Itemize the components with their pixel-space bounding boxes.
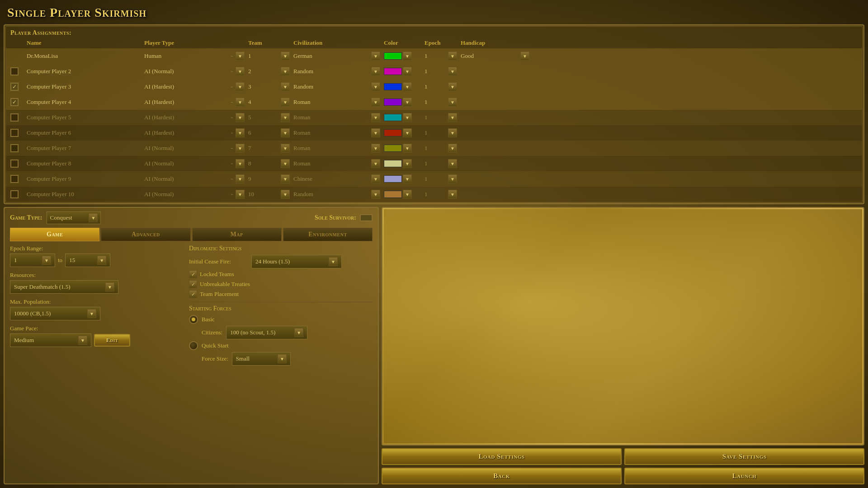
player-color-arrow[interactable]: ▼ [403,159,412,168]
player-type-cell[interactable]: AI (Hardest) - ▼ [142,97,246,108]
player-epoch-arrow[interactable]: ▼ [448,52,457,61]
player-handicap-cell[interactable] [459,132,531,134]
game-pace-dropdown[interactable]: Medium ▼ [10,333,91,347]
player-epoch-cell[interactable]: 1 ▼ [423,81,459,92]
player-color-arrow[interactable]: ▼ [403,190,412,199]
sole-survivor-toggle[interactable] [360,214,373,221]
back-button[interactable]: Back [382,468,622,484]
player-epoch-cell[interactable]: 1 ▼ [423,143,459,154]
game-type-arrow[interactable]: ▼ [89,213,98,222]
player-civ-cell[interactable]: Roman ▼ [292,97,382,108]
table-row[interactable]: Computer Player 8AI (Normal) - ▼8 ▼Roman… [6,156,862,171]
citizens-arrow[interactable]: ▼ [294,328,303,337]
player-team-arrow[interactable]: ▼ [281,190,290,199]
player-handicap-cell[interactable] [459,70,531,72]
player-type-cell[interactable]: AI (Normal) - ▼ [142,158,246,169]
player-type-arrow[interactable]: ▼ [236,98,245,107]
player-handicap-cell[interactable] [459,178,531,180]
player-handicap-cell[interactable] [459,163,531,164]
player-handicap-cell[interactable] [459,101,531,103]
player-team-cell[interactable]: 3 ▼ [246,81,292,92]
player-handicap-arrow[interactable]: ▼ [520,52,529,61]
player-checkbox[interactable] [10,113,19,122]
player-team-arrow[interactable]: ▼ [281,128,290,137]
player-epoch-cell[interactable]: 1 ▼ [423,174,459,184]
epoch-to-dropdown[interactable]: 15 ▼ [65,253,110,267]
player-civ-cell[interactable]: Roman ▼ [292,143,382,154]
player-color-cell[interactable]: ▼ [382,143,423,154]
player-team-cell[interactable]: 9 ▼ [246,174,292,184]
player-handicap-cell[interactable] [459,117,531,118]
player-checkbox[interactable]: ✓ [10,83,19,91]
tab-game[interactable]: Game [10,228,99,241]
player-color-cell[interactable]: ▼ [382,127,423,138]
player-civ-arrow[interactable]: ▼ [371,128,380,137]
player-checkbox[interactable] [10,129,19,137]
player-team-arrow[interactable]: ▼ [281,82,290,91]
game-pace-arrow[interactable]: ▼ [78,336,87,345]
table-row[interactable]: Computer Player 2AI (Normal) - ▼2 ▼Rando… [6,64,862,79]
player-color-cell[interactable]: ▼ [382,112,423,123]
player-team-arrow[interactable]: ▼ [281,174,290,183]
player-type-cell[interactable]: AI (Normal) - ▼ [142,174,246,184]
table-row[interactable]: Computer Player 6AI (Hardest) - ▼6 ▼Roma… [6,125,862,141]
ceasefire-arrow[interactable]: ▼ [329,257,338,266]
player-team-cell[interactable]: 4 ▼ [246,97,292,108]
player-color-arrow[interactable]: ▼ [403,98,412,107]
player-epoch-arrow[interactable]: ▼ [448,144,457,153]
player-handicap-cell[interactable] [459,147,531,149]
load-settings-button[interactable]: Load Settings [382,448,622,465]
table-row[interactable]: Computer Player 10AI (Normal) - ▼10 ▼Ran… [6,187,862,202]
player-type-cell[interactable]: AI (Normal) - ▼ [142,143,246,154]
table-row[interactable]: Computer Player 7AI (Normal) - ▼7 ▼Roman… [6,141,862,156]
player-color-cell[interactable]: ▼ [382,51,423,61]
player-epoch-cell[interactable]: 1 ▼ [423,158,459,169]
player-color-arrow[interactable]: ▼ [403,144,412,153]
player-team-cell[interactable]: 6 ▼ [246,127,292,138]
player-epoch-arrow[interactable]: ▼ [448,128,457,137]
player-color-cell[interactable]: ▼ [382,97,423,108]
player-team-cell[interactable]: 5 ▼ [246,112,292,123]
player-civ-arrow[interactable]: ▼ [371,52,380,61]
player-color-arrow[interactable]: ▼ [403,52,412,61]
player-handicap-cell[interactable] [459,86,531,88]
player-color-cell[interactable]: ▼ [382,189,423,200]
table-row[interactable]: Computer Player 5AI (Hardest) - ▼5 ▼Roma… [6,110,862,125]
player-team-cell[interactable]: 1 ▼ [246,51,292,61]
player-epoch-arrow[interactable]: ▼ [448,190,457,199]
player-type-cell[interactable]: AI (Normal) - ▼ [142,189,246,200]
player-type-arrow[interactable]: ▼ [236,159,245,168]
player-color-cell[interactable]: ▼ [382,66,423,77]
player-civ-cell[interactable]: Roman ▼ [292,112,382,123]
player-team-cell[interactable]: 7 ▼ [246,143,292,154]
player-checkbox[interactable] [10,144,19,152]
player-civ-arrow[interactable]: ▼ [371,98,380,107]
player-civ-cell[interactable]: Roman ▼ [292,158,382,169]
player-team-cell[interactable]: 2 ▼ [246,66,292,77]
force-size-dropdown[interactable]: Small ▼ [232,352,291,366]
player-type-arrow[interactable]: ▼ [236,82,245,91]
player-checkbox[interactable] [10,160,19,168]
player-epoch-arrow[interactable]: ▼ [448,174,457,183]
player-color-cell[interactable]: ▼ [382,81,423,92]
player-color-cell[interactable]: ▼ [382,158,423,169]
player-team-cell[interactable]: 8 ▼ [246,158,292,169]
basic-radio[interactable] [189,315,198,324]
player-civ-arrow[interactable]: ▼ [371,159,380,168]
player-epoch-arrow[interactable]: ▼ [448,82,457,91]
player-civ-cell[interactable]: Random ▼ [292,189,382,200]
player-color-arrow[interactable]: ▼ [403,128,412,137]
player-epoch-cell[interactable]: 1 ▼ [423,66,459,77]
player-checkbox[interactable] [10,175,19,183]
player-epoch-cell[interactable]: 1 ▼ [423,51,459,61]
force-size-arrow[interactable]: ▼ [278,354,287,363]
player-civ-cell[interactable]: Random ▼ [292,81,382,92]
epoch-to-arrow[interactable]: ▼ [97,256,106,265]
player-checkbox[interactable] [10,190,19,198]
max-pop-arrow[interactable]: ▼ [87,309,96,318]
player-epoch-cell[interactable]: 1 ▼ [423,112,459,123]
player-team-arrow[interactable]: ▼ [281,67,290,76]
player-team-arrow[interactable]: ▼ [281,159,290,168]
resources-arrow[interactable]: ▼ [105,282,114,291]
player-civ-arrow[interactable]: ▼ [371,144,380,153]
